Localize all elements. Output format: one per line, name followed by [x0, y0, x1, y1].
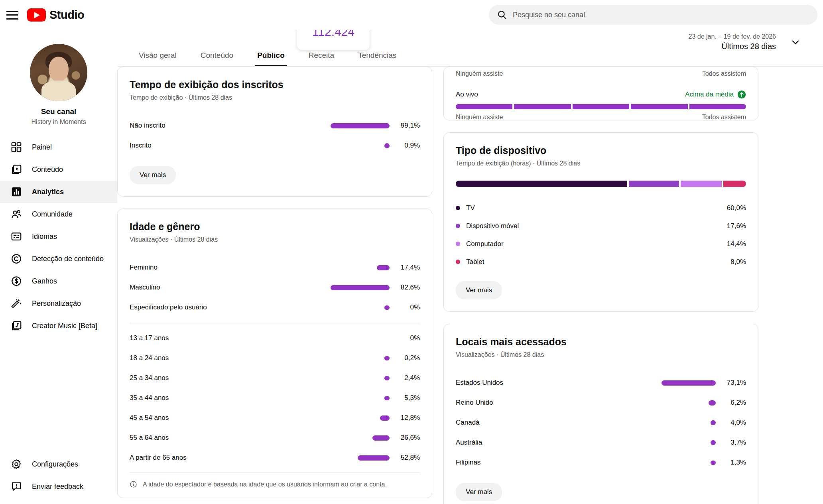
sidebar-item-conteudo[interactable]: Conteúdo: [0, 158, 117, 181]
table-row: A partir de 65 anos 52,8%: [130, 448, 420, 468]
sidebar-item-analytics[interactable]: Analytics: [0, 181, 117, 203]
locations-bar-list: Estados Unidos 73,1% Reino Unido 6,2%: [456, 373, 746, 472]
row-value: 17,4%: [395, 264, 420, 272]
row-label: 35 a 44 anos: [130, 394, 169, 402]
row-bar-track: [480, 461, 721, 465]
see-more-button[interactable]: Ver mais: [456, 483, 502, 501]
table-row: Masculino 82,6%: [130, 278, 420, 297]
sidebar-item-ganhos[interactable]: Ganhos: [0, 270, 117, 292]
table-row: Especificado pelo usuário 0%: [130, 297, 420, 317]
row-label: Inscrito: [130, 142, 152, 150]
row-bar: [384, 356, 390, 360]
bar-segment: [573, 104, 629, 109]
sidebar-item-idiomas[interactable]: Idiomas: [0, 225, 117, 248]
row-bar-track: [480, 420, 721, 425]
row-bar: [384, 143, 390, 148]
legend-label: Dispositivo móvel: [466, 222, 519, 230]
see-more-button[interactable]: Ver mais: [130, 166, 176, 184]
card-subscriber-watch-time: Tempo de exibição dos inscritos Tempo de…: [117, 67, 432, 197]
device-stacked-bar: [456, 181, 746, 187]
row-bar: [711, 440, 716, 445]
list-item: Computador 14,4%: [456, 235, 746, 253]
sidebar-item-painel[interactable]: Painel: [0, 136, 117, 158]
table-row: Inscrito 0,9%: [130, 136, 420, 156]
music-stack-icon: [10, 320, 22, 332]
card-subtitle: Visualizações · Últimos 28 dias: [130, 236, 420, 243]
sidebar-item-creator-music[interactable]: Creator Music [Beta]: [0, 315, 117, 337]
table-row: Feminino 17,4%: [130, 258, 420, 278]
see-more-button[interactable]: Ver mais: [456, 281, 502, 299]
avatar[interactable]: [30, 44, 87, 101]
studio-logo[interactable]: Studio: [27, 8, 84, 22]
legend-label: Tablet: [466, 258, 484, 266]
sidebar-bottom-nav: Configurações Enviar feedback: [0, 453, 117, 498]
arrow-up-circle-icon: [737, 90, 746, 99]
analytics-tabs: Visão geral Conteúdo Público Receita Ten…: [117, 30, 823, 67]
bar-segment: [689, 104, 746, 109]
chevron-down-icon[interactable]: [790, 37, 801, 47]
sidebar-item-label: Analytics: [32, 188, 64, 196]
search-input[interactable]: [513, 11, 809, 19]
gear-icon: [10, 458, 22, 470]
legend-dot: [456, 206, 460, 210]
status-text: Acima da média: [685, 91, 734, 98]
date-range-selector[interactable]: 23 de jan. – 19 de fev. de 2026 Últimos …: [689, 33, 801, 51]
row-bar-track: [158, 265, 395, 270]
age-footnote: A idade do espectador é baseada na idade…: [130, 472, 420, 498]
card-subtitle: Tempo de exibição (horas) · Últimos 28 d…: [456, 160, 746, 167]
tab-publico[interactable]: Público: [256, 51, 286, 66]
right-column: Ninguém assiste Todos assistem Ao vivo A…: [443, 67, 758, 504]
scale-left-label: Ninguém assiste: [456, 114, 503, 120]
row-label: Filipinas: [456, 459, 480, 467]
row-value: 5,3%: [395, 394, 420, 402]
row-label: Especificado pelo usuário: [130, 303, 207, 311]
sidebar-item-label: Conteúdo: [32, 165, 63, 174]
row-bar: [380, 415, 390, 421]
bar-segment: [456, 104, 512, 109]
row-bar-track: [165, 123, 395, 128]
row-bar-track: [503, 380, 721, 386]
age-bar-list: 13 a 17 anos 0% 18 a 24 anos 0,2% 25 a 3…: [130, 328, 420, 468]
legend-label: TV: [466, 204, 475, 212]
magic-wand-icon: [10, 297, 22, 309]
date-range-period: 23 de jan. – 19 de fev. de 2026: [689, 33, 776, 40]
tab-visao-geral[interactable]: Visão geral: [137, 51, 178, 66]
legend-label: Computador: [466, 240, 504, 248]
feedback-icon: [10, 480, 22, 492]
status-badge: Acima da média: [685, 90, 746, 99]
table-row: Não inscrito 99,1%: [130, 116, 420, 136]
table-row: Canadá 4,0%: [456, 413, 746, 433]
sidebar-item-enviar-feedback[interactable]: Enviar feedback: [0, 475, 117, 498]
scale-right-label: Todos assistem: [702, 114, 746, 120]
channel-label: Seu canal: [0, 107, 117, 116]
hamburger-icon[interactable]: [6, 11, 18, 20]
bar-segment: [514, 104, 571, 109]
sidebar-item-comunidade[interactable]: Comunidade: [0, 203, 117, 225]
card-title: Tipo de dispositivo: [456, 145, 746, 156]
bar-list: Não inscrito 99,1% Inscrito 0,9%: [130, 116, 420, 156]
legend-value: 60,0%: [727, 204, 746, 212]
sidebar-item-deteccao-de-conteudo[interactable]: Detecção de conteúdo: [0, 248, 117, 270]
date-range-label: Últimos 28 dias: [689, 42, 776, 51]
card-subtitle: Visualizações · Últimos 28 dias: [456, 351, 746, 358]
search-bar[interactable]: [489, 5, 817, 25]
sidebar-item-configuracoes[interactable]: Configurações: [0, 453, 117, 475]
dollar-coin-icon: [10, 275, 22, 287]
tab-conteudo[interactable]: Conteúdo: [199, 51, 235, 66]
tab-tendencias[interactable]: Tendências: [356, 51, 398, 66]
row-bar: [709, 400, 716, 406]
legend-value: 14,4%: [727, 240, 746, 248]
row-bar: [331, 123, 390, 128]
table-row: Austrália 3,7%: [456, 433, 746, 453]
row-label: 55 a 64 anos: [130, 434, 169, 442]
sidebar-item-label: Configurações: [32, 460, 78, 469]
sidebar-item-personalizacao[interactable]: Personalização: [0, 292, 117, 315]
row-label: Estados Unidos: [456, 379, 503, 387]
youtube-logo-icon: [27, 8, 46, 22]
live-label: Ao vivo: [456, 91, 478, 98]
row-label: 25 a 34 anos: [130, 374, 169, 382]
tab-receita[interactable]: Receita: [307, 51, 336, 66]
row-value: 4,0%: [721, 419, 746, 427]
left-column: Tempo de exibição dos inscritos Tempo de…: [117, 67, 432, 504]
row-value: 82,6%: [395, 284, 420, 291]
